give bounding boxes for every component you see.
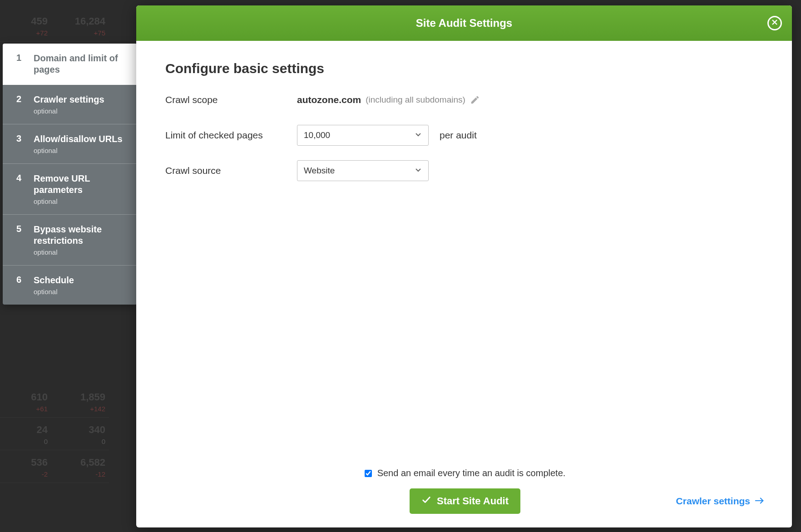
wizard-step-schedule[interactable]: 6 Schedule optional xyxy=(3,266,137,305)
crawl-source-label: Crawl source xyxy=(165,165,297,176)
wizard-step-allow-disallow[interactable]: 3 Allow/disallow URLs optional xyxy=(3,124,137,164)
bg-value: 610 xyxy=(4,391,48,403)
per-audit-text: per audit xyxy=(440,130,477,141)
close-icon xyxy=(771,19,778,27)
step-label: Crawler settings xyxy=(34,94,128,105)
next-link-label: Crawler settings xyxy=(676,496,750,507)
site-audit-settings-modal: Site Audit Settings Configure basic sett… xyxy=(136,5,792,527)
bg-value: 536 xyxy=(4,457,48,468)
bg-value: 6,582 xyxy=(61,457,105,468)
limit-pages-label: Limit of checked pages xyxy=(165,130,297,141)
step-optional-tag: optional xyxy=(34,288,128,296)
bg-value: 459 xyxy=(4,15,48,27)
email-notify-checkbox[interactable] xyxy=(365,470,372,477)
bg-delta: 0 xyxy=(61,438,105,445)
chevron-down-icon xyxy=(415,130,422,140)
modal-title: Site Audit Settings xyxy=(416,17,512,30)
step-optional-tag: optional xyxy=(34,107,128,115)
bg-value: 16,284 xyxy=(61,15,105,27)
modal-content: Configure basic settings Crawl scope aut… xyxy=(136,41,792,527)
pencil-icon[interactable] xyxy=(470,95,480,105)
step-number: 3 xyxy=(16,133,23,154)
wizard-step-remove-params[interactable]: 4 Remove URL parameters optional xyxy=(3,164,137,215)
crawl-scope-note: (including all subdomains) xyxy=(366,95,465,105)
crawl-source-value: Website xyxy=(304,166,335,176)
table-row: 536-2 6,582-12 xyxy=(0,450,109,483)
close-button[interactable] xyxy=(767,16,782,30)
bg-table-bottom: 610+61 1,859+142 240 3400 536-2 6,582-12 xyxy=(0,385,109,483)
crawl-scope-label: Crawl scope xyxy=(165,94,297,105)
wizard-step-bypass[interactable]: 5 Bypass website restrictions optional xyxy=(3,215,137,266)
chevron-down-icon xyxy=(415,166,422,176)
step-label: Schedule xyxy=(34,275,128,286)
table-row: 610+61 1,859+142 xyxy=(0,385,109,418)
step-optional-tag: optional xyxy=(34,197,128,205)
email-notify-row: Send an email every time an audit is com… xyxy=(165,468,765,478)
wizard-step-crawler[interactable]: 2 Crawler settings optional xyxy=(3,85,137,124)
step-number: 5 xyxy=(16,224,23,256)
step-label: Domain and limit of pages xyxy=(34,53,128,75)
step-label: Allow/disallow URLs xyxy=(34,133,128,145)
modal-header: Site Audit Settings xyxy=(136,5,792,41)
bg-delta: +142 xyxy=(61,405,105,413)
row-crawl-source: Crawl source Website xyxy=(165,160,765,182)
wizard-steps-sidebar: 1 Domain and limit of pages 2 Crawler se… xyxy=(3,44,137,305)
arrow-right-icon xyxy=(755,496,765,507)
bg-delta: -2 xyxy=(4,470,48,478)
row-crawl-scope: Crawl scope autozone.com (including all … xyxy=(165,89,765,111)
modal-footer: Send an email every time an audit is com… xyxy=(165,459,765,514)
start-site-audit-button[interactable]: Start Site Audit xyxy=(410,488,520,514)
bg-delta: -12 xyxy=(61,470,105,478)
section-title: Configure basic settings xyxy=(165,61,765,76)
row-limit-pages: Limit of checked pages 10,000 per audit xyxy=(165,124,765,146)
start-button-label: Start Site Audit xyxy=(437,495,509,507)
step-label: Remove URL parameters xyxy=(34,173,128,196)
bg-delta: +72 xyxy=(4,29,48,37)
crawl-source-select[interactable]: Website xyxy=(297,160,429,181)
table-row: 459+72 16,284+75 xyxy=(0,9,109,42)
bg-value: 1,859 xyxy=(61,391,105,403)
bg-delta: +75 xyxy=(61,29,105,37)
table-row: 240 3400 xyxy=(0,418,109,450)
step-optional-tag: optional xyxy=(34,147,128,154)
crawl-scope-domain: autozone.com xyxy=(297,94,361,105)
bg-table-top: 459+72 16,284+75 xyxy=(0,9,109,42)
step-number: 2 xyxy=(16,94,23,115)
email-notify-label: Send an email every time an audit is com… xyxy=(377,468,566,478)
wizard-step-domain[interactable]: 1 Domain and limit of pages xyxy=(3,44,137,85)
step-number: 4 xyxy=(16,173,23,205)
step-optional-tag: optional xyxy=(34,248,128,256)
bg-value: 340 xyxy=(61,424,105,436)
limit-pages-select[interactable]: 10,000 xyxy=(297,125,429,146)
crawler-settings-link[interactable]: Crawler settings xyxy=(676,496,765,507)
bg-value: 24 xyxy=(4,424,48,436)
step-label: Bypass website restrictions xyxy=(34,224,128,246)
bg-delta: +61 xyxy=(4,405,48,413)
limit-pages-value: 10,000 xyxy=(304,130,330,140)
step-number: 1 xyxy=(16,53,23,75)
bg-delta: 0 xyxy=(4,438,48,445)
check-icon xyxy=(421,495,431,507)
step-number: 6 xyxy=(16,275,23,296)
